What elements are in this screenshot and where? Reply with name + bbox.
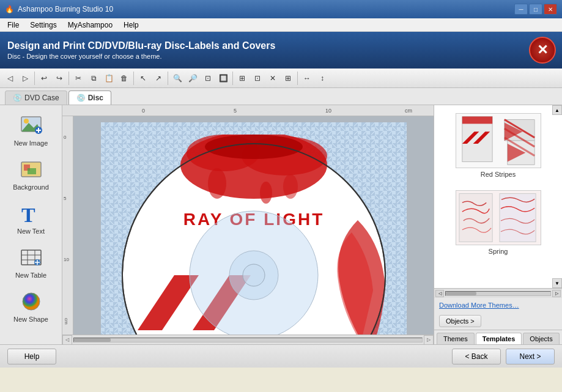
tb-zoom-out[interactable]: 🔎 bbox=[185, 71, 200, 86]
themes-hscroll-thumb[interactable] bbox=[446, 292, 476, 295]
svg-point-24 bbox=[208, 168, 226, 199]
tb-cut[interactable]: ✂ bbox=[71, 71, 86, 86]
canvas-area: 0 5 10 cm 0 5 10 cm bbox=[62, 105, 434, 344]
svg-rect-48 bbox=[499, 194, 535, 242]
tab-disc-label: Disc bbox=[88, 94, 103, 102]
svg-point-26 bbox=[260, 182, 272, 204]
header-banner: Design and Print CD/DVD/Blu-ray Disc-Lab… bbox=[0, 32, 562, 68]
window-controls: ─ □ ✕ bbox=[514, 4, 557, 15]
tb-delete[interactable]: 🗑 bbox=[117, 71, 131, 86]
new-table-label: New Table bbox=[15, 272, 46, 279]
tool-new-image[interactable]: New Image bbox=[4, 108, 58, 151]
menu-file[interactable]: File bbox=[2, 20, 24, 31]
canvas-scroll[interactable]: RAY OF LIGHT bbox=[73, 116, 434, 335]
svg-rect-8 bbox=[28, 168, 36, 174]
themes-scroll-up[interactable]: ▲ bbox=[552, 105, 562, 115]
toolbar: ◁ ▷ ↩ ↪ ✂ ⧉ 📋 🗑 ↖ ↗ 🔍 🔎 ⊡ 🔲 ⊞ ⊡ ✕ ⊞ ↔ ↕ bbox=[0, 68, 562, 88]
themes-list: ▲ bbox=[434, 105, 562, 288]
theme-spring[interactable]: Spring bbox=[439, 187, 557, 258]
tool-new-table[interactable]: New Table bbox=[4, 240, 58, 283]
ruler-mark-0: 0 bbox=[142, 108, 145, 114]
tb-select[interactable]: ↖ bbox=[136, 71, 150, 86]
panel-tabs: Themes Templates Objects bbox=[434, 330, 562, 344]
scroll-right-arrow[interactable]: ▷ bbox=[424, 335, 434, 345]
header-close-icon[interactable]: ✕ bbox=[529, 37, 556, 64]
bottom-bar: Help < Back Next > bbox=[0, 344, 562, 368]
tb-redo[interactable]: ↪ bbox=[52, 71, 67, 86]
tb-undo[interactable]: ↩ bbox=[37, 71, 51, 86]
tb-forward[interactable]: ▷ bbox=[18, 71, 32, 86]
tab-dvd-case[interactable]: 💿 DVD Case bbox=[5, 91, 67, 105]
disc-icon: 💿 bbox=[76, 94, 86, 102]
tb-zoom-100[interactable]: 🔲 bbox=[216, 71, 231, 86]
maximize-button[interactable]: □ bbox=[529, 4, 542, 15]
tb-zoom-fit[interactable]: ⊡ bbox=[201, 71, 215, 86]
tb-flip-h[interactable]: ↔ bbox=[300, 71, 314, 86]
tb-align-top[interactable]: ✕ bbox=[265, 71, 280, 86]
tb-sep-4 bbox=[168, 72, 168, 85]
themes-scroll-down[interactable]: ▼ bbox=[552, 278, 562, 288]
themes-hscroll-right[interactable]: ▷ bbox=[552, 290, 561, 297]
next-button[interactable]: Next > bbox=[506, 349, 555, 364]
tb-deselect[interactable]: ↗ bbox=[151, 71, 166, 86]
new-text-label: New Text bbox=[17, 227, 45, 235]
tool-background[interactable]: Background bbox=[4, 152, 58, 195]
svg-point-25 bbox=[283, 174, 298, 199]
tb-copy[interactable]: ⧉ bbox=[86, 71, 101, 86]
svg-rect-37 bbox=[462, 117, 492, 124]
new-image-label: New Image bbox=[14, 139, 48, 147]
tool-new-text[interactable]: T New Text bbox=[4, 196, 58, 239]
scroll-left-arrow[interactable]: ◁ bbox=[62, 335, 72, 345]
back-button[interactable]: < Back bbox=[452, 349, 501, 364]
menu-myashampoo[interactable]: MyAshampoo bbox=[63, 20, 117, 31]
tb-zoom-in[interactable]: 🔍 bbox=[170, 71, 185, 86]
tb-sep-2 bbox=[68, 72, 69, 85]
hscroll-bar[interactable]: ◁ ▷ bbox=[62, 335, 434, 344]
ruler-left: 0 5 10 cm bbox=[62, 116, 73, 335]
tb-align-right[interactable]: ⊡ bbox=[250, 71, 265, 86]
theme-red-stripes[interactable]: Red Stripes bbox=[439, 110, 557, 181]
tb-sep-3 bbox=[133, 72, 134, 85]
title-text: Ashampoo Burning Studio 10 bbox=[18, 5, 514, 13]
tb-sep-1 bbox=[34, 72, 35, 85]
svg-rect-47 bbox=[459, 194, 492, 242]
minimize-button[interactable]: ─ bbox=[514, 4, 528, 15]
hscroll-thumb[interactable] bbox=[74, 338, 111, 342]
tool-new-shape[interactable]: New Shape bbox=[4, 284, 58, 327]
hscroll-track[interactable] bbox=[73, 338, 423, 342]
disc-svg: RAY OF LIGHT bbox=[113, 135, 394, 335]
tb-flip-v[interactable]: ↕ bbox=[315, 71, 330, 86]
help-button[interactable]: Help bbox=[7, 349, 56, 364]
themes-hscroll-left[interactable]: ◁ bbox=[435, 290, 444, 297]
panel-tab-templates[interactable]: Templates bbox=[476, 333, 522, 344]
objects-button[interactable]: Objects > bbox=[439, 315, 481, 327]
menu-help[interactable]: Help bbox=[119, 20, 144, 31]
menu-settings[interactable]: Settings bbox=[25, 20, 61, 31]
panel-tab-objects[interactable]: Objects bbox=[523, 333, 559, 344]
theme-spring-preview bbox=[456, 190, 541, 245]
download-more-themes-link[interactable]: Download More Themes… bbox=[434, 298, 562, 312]
tab-disc[interactable]: 💿 Disc bbox=[68, 91, 111, 105]
ruler-top: 0 5 10 cm bbox=[62, 105, 434, 116]
background-label: Background bbox=[13, 183, 49, 191]
panel-tab-themes[interactable]: Themes bbox=[437, 333, 475, 344]
header-subtitle: Disc - Design the cover yourself or choo… bbox=[7, 53, 275, 60]
tb-back[interactable]: ◁ bbox=[2, 71, 17, 86]
dvd-case-icon: 💿 bbox=[13, 94, 22, 102]
svg-point-18 bbox=[23, 293, 40, 310]
tabs: 💿 DVD Case 💿 Disc bbox=[0, 88, 562, 105]
header-title: Design and Print CD/DVD/Blu-ray Disc-Lab… bbox=[7, 40, 275, 51]
app-icon: 🔥 bbox=[5, 5, 14, 13]
tb-align-left[interactable]: ⊞ bbox=[235, 71, 250, 86]
tb-paste[interactable]: 📋 bbox=[102, 71, 116, 86]
canvas-content: RAY OF LIGHT bbox=[101, 122, 407, 335]
tb-align-bottom[interactable]: ⊞ bbox=[281, 71, 295, 86]
theme-red-stripes-name: Red Stripes bbox=[481, 171, 516, 178]
ruler-mark-cm: cm bbox=[405, 108, 412, 114]
themes-hscroll-track[interactable] bbox=[445, 291, 551, 296]
svg-text:T: T bbox=[21, 204, 35, 226]
new-image-icon bbox=[18, 113, 44, 138]
close-button[interactable]: ✕ bbox=[544, 4, 557, 15]
themes-hscroll[interactable]: ◁ ▷ bbox=[434, 288, 562, 298]
ruler-mark-10: 10 bbox=[325, 108, 331, 114]
